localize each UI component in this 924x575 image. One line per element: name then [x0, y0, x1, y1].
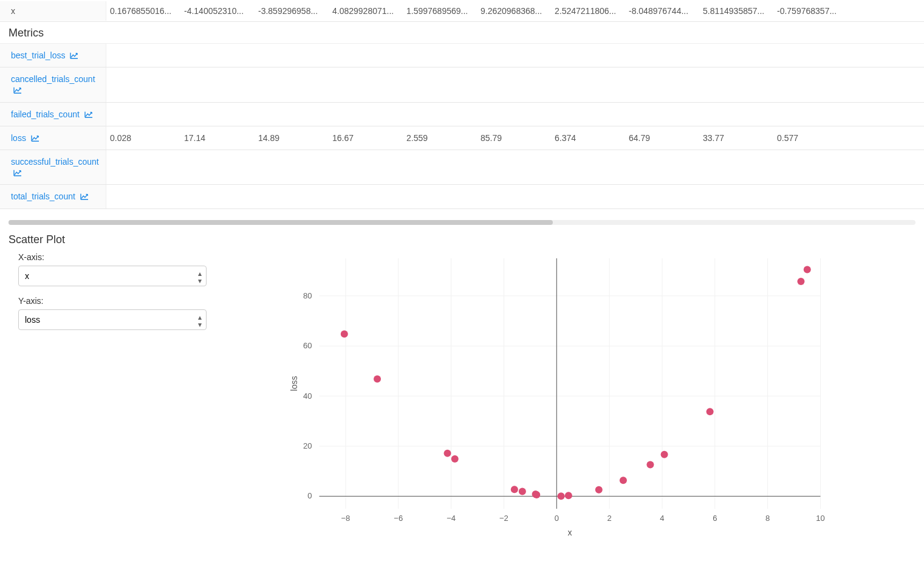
metric-row-cancelled-trials-count: cancelled_trials_count [0, 67, 924, 102]
metric-cell [699, 80, 773, 89]
metric-cell [329, 50, 403, 60]
metric-cell [329, 109, 403, 119]
metric-label: failed_trials_count [0, 103, 106, 126]
metric-cell [477, 109, 551, 119]
metric-cell: 85.79 [477, 128, 551, 148]
metric-cell [180, 109, 255, 119]
line-chart-icon[interactable] [29, 133, 39, 143]
metric-cell [329, 80, 403, 89]
line-chart-icon[interactable] [82, 109, 93, 119]
metric-label: best_trial_loss [0, 44, 106, 67]
metric-cell [477, 50, 551, 60]
metric-cell [403, 162, 477, 172]
metric-cell [625, 191, 699, 201]
metric-cell: 0.028 [106, 128, 180, 148]
svg-text:6: 6 [713, 514, 717, 523]
param-row-label: x [0, 1, 106, 21]
line-chart-icon [84, 111, 93, 119]
param-cell: 2.5247211806... [551, 1, 625, 21]
metric-cell [773, 109, 847, 119]
y-axis-select[interactable]: loss [18, 309, 207, 330]
scrollbar-thumb[interactable] [9, 220, 553, 225]
svg-text:−4: −4 [447, 514, 456, 523]
metric-cell [255, 109, 329, 119]
metric-cell [699, 191, 773, 201]
svg-text:2: 2 [607, 514, 612, 523]
line-chart-icon[interactable] [68, 50, 79, 60]
y-axis-label: Y-axis: [18, 296, 219, 306]
metric-cell [106, 80, 180, 89]
line-chart-icon [70, 52, 78, 60]
scatter-plot-heading: Scatter Plot [0, 233, 924, 252]
param-cell: 4.0829928071... [329, 1, 403, 21]
metric-link-successful-trials-count[interactable]: successful_trials_count [11, 157, 99, 167]
metric-row-loss: loss 0.02817.1414.8916.672.55985.796.374… [0, 126, 924, 150]
line-chart-icon[interactable] [78, 191, 89, 201]
metric-cells [106, 103, 924, 126]
metric-link-loss[interactable]: loss [11, 133, 26, 143]
metric-label: loss [0, 126, 106, 150]
svg-text:0: 0 [555, 514, 559, 523]
svg-point-35 [444, 449, 451, 456]
x-axis-select[interactable]: x [18, 266, 207, 286]
metric-link-failed-trials-count[interactable]: failed_trials_count [11, 109, 80, 119]
metric-label: total_trials_count [0, 185, 106, 208]
svg-point-34 [558, 492, 565, 500]
svg-point-38 [595, 486, 603, 493]
svg-text:−2: −2 [499, 514, 508, 523]
metric-cells [106, 150, 924, 184]
svg-point-45 [374, 375, 381, 382]
svg-text:x: x [568, 528, 572, 537]
param-row-x: x 0.1676855016...-4.140052310...-3.85929… [0, 0, 924, 22]
param-cell: -4.140052310... [180, 1, 255, 21]
metric-row-successful-trials-count: successful_trials_count [0, 150, 924, 185]
svg-point-47 [519, 487, 526, 495]
metric-cell [625, 50, 699, 60]
svg-point-36 [451, 455, 459, 463]
metric-cell [255, 162, 329, 172]
metric-link-cancelled-trials-count[interactable]: cancelled_trials_count [11, 74, 95, 84]
metric-cell [699, 162, 773, 172]
scatter-chart[interactable]: −8−6−4−20246810020406080xloss [219, 252, 900, 538]
svg-text:40: 40 [303, 391, 312, 400]
svg-point-46 [511, 486, 518, 493]
param-cell: 0.1676855016... [106, 1, 180, 21]
line-chart-icon[interactable] [13, 168, 22, 177]
metric-cell [106, 50, 180, 60]
metric-cell [773, 191, 847, 201]
svg-point-50 [646, 461, 654, 468]
metric-cell [403, 191, 477, 201]
svg-point-44 [804, 266, 811, 273]
metric-cells [106, 185, 924, 208]
metric-cell [106, 109, 180, 119]
metric-cell [255, 191, 329, 201]
horizontal-scrollbar[interactable] [9, 220, 915, 226]
metric-cell: 6.374 [551, 128, 625, 148]
metric-link-best-trial-loss[interactable]: best_trial_loss [11, 50, 66, 60]
metric-cell [477, 162, 551, 172]
line-chart-icon[interactable] [13, 85, 22, 95]
metric-cell [699, 50, 773, 60]
svg-text:10: 10 [816, 514, 824, 523]
metric-cell: 16.67 [329, 128, 403, 148]
metric-cell: 2.559 [403, 128, 477, 148]
svg-point-41 [341, 330, 348, 337]
svg-point-40 [620, 477, 627, 484]
x-axis-label: X-axis: [18, 252, 219, 262]
metric-label: successful_trials_count [0, 150, 106, 184]
scatter-controls: X-axis: x ▴▾ Y-axis: loss ▴▾ [18, 252, 219, 538]
svg-point-39 [797, 277, 804, 284]
svg-point-49 [565, 492, 572, 499]
metric-cell [551, 191, 625, 201]
line-chart-icon [13, 87, 22, 94]
param-cell: 5.8114935857... [699, 1, 773, 21]
metric-cells [106, 67, 924, 102]
line-chart-icon [31, 135, 39, 142]
metric-cell [403, 109, 477, 119]
metric-cell [403, 50, 477, 60]
metric-link-total-trials-count[interactable]: total_trials_count [11, 191, 75, 201]
metric-cell [625, 109, 699, 119]
metric-cell [477, 80, 551, 89]
metric-cell [106, 162, 180, 172]
metric-cell: 0.577 [773, 128, 847, 148]
